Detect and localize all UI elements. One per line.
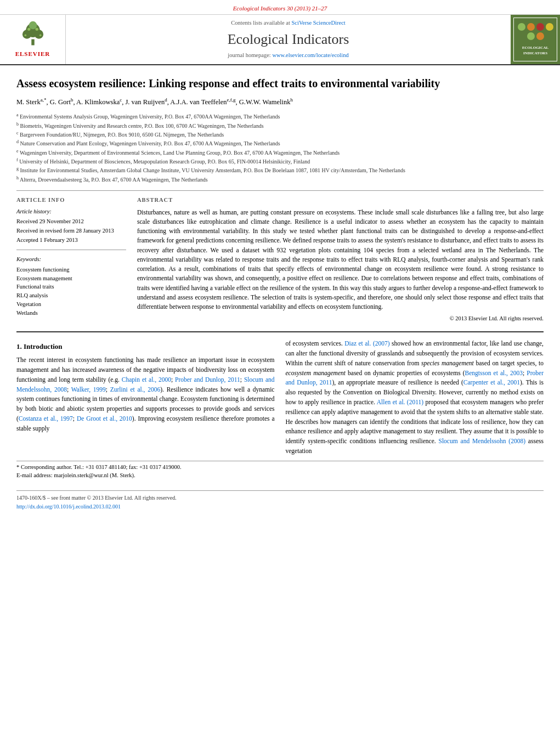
ref-prober1[interactable]: Prober and Dunlop, 2011	[175, 376, 240, 383]
bottom-divider	[16, 331, 544, 332]
ref-costanza[interactable]: Costanza et al., 1997	[19, 415, 73, 422]
article-info-col: ARTICLE INFO Article history: Received 2…	[16, 196, 126, 323]
footnote-email: E-mail address: marjolein.sterk@wur.nl (…	[16, 472, 544, 480]
ref-zurlini[interactable]: Zurlini et al., 2006	[110, 386, 161, 393]
ref-walker[interactable]: Walker, 1999	[71, 386, 106, 393]
body-right-col: of ecosystem services. Diaz et al. (2007…	[286, 339, 544, 461]
abstract-col: ABSTRACT Disturbances, nature as well as…	[137, 196, 544, 323]
authors-line: M. Sterka,*, G. Gortb, A. Klimkowskac, J…	[16, 96, 544, 108]
elsevier-label: ELSEVIER	[15, 50, 50, 58]
journal-header-bar: Ecological Indicators 30 (2013) 21–27	[0, 0, 560, 15]
ref-allen[interactable]: Allen et al. (2011)	[377, 399, 423, 405]
thumb-circle-1	[518, 23, 525, 31]
keyword-1: Ecosystem functioning	[16, 266, 126, 274]
footer-doi: http://dx.doi.org/10.1016/j.ecolind.2013…	[16, 503, 544, 511]
affiliation-a: a Environmental Systems Analysis Group, …	[16, 112, 544, 121]
affiliation-h: h Alterra, Droevendaalsesteeg 3a, P.O. B…	[16, 175, 544, 184]
affiliation-d: d Nature Conservation and Plant Ecology,…	[16, 139, 544, 148]
svg-point-8	[39, 35, 41, 37]
keywords-label: Keywords:	[16, 256, 126, 264]
keyword-2: Ecosystem management	[16, 275, 126, 283]
body-two-col: 1. Introduction The recent interest in e…	[16, 339, 544, 461]
page-footer: 1470-160X/$ – see front matter © 2013 El…	[16, 490, 544, 511]
divider-after-affiliations	[16, 190, 544, 191]
ref-bengtsson[interactable]: Bengtsson et al., 2003	[465, 370, 523, 376]
keyword-6: Wetlands	[16, 309, 126, 318]
svg-point-7	[24, 35, 26, 37]
article-title: Assess ecosystem resilience: Linking res…	[16, 76, 544, 90]
footnote-text: * Corresponding author. Tel.: +31 0317 4…	[16, 463, 544, 472]
svg-point-6	[35, 28, 38, 31]
footer-doi-link[interactable]: http://dx.doi.org/10.1016/j.ecolind.2013…	[16, 504, 121, 510]
homepage-text: journal homepage:	[228, 52, 270, 58]
body-paragraph-2: of ecosystem services. Diaz et al. (2007…	[286, 339, 544, 456]
divider-keywords	[16, 250, 126, 250]
elsevier-logo-area: ELSEVIER	[0, 15, 66, 64]
sciverse-link[interactable]: SciVerse ScienceDirect	[291, 20, 345, 26]
svg-point-5	[27, 28, 30, 31]
accepted-date: Accepted 1 February 2013	[16, 236, 126, 245]
thumb-circles	[516, 23, 555, 40]
thumb-circle-4	[546, 23, 553, 31]
keyword-4: RLQ analysis	[16, 292, 126, 300]
affiliation-e: e Wageningen University, Department of E…	[16, 148, 544, 157]
received-date: Received 29 November 2012	[16, 218, 126, 226]
affiliation-b: b Biometris, Wageningen University and R…	[16, 121, 544, 130]
ref-carpenter[interactable]: Carpenter et al., 2001	[463, 379, 520, 386]
elsevier-tree-icon	[16, 20, 49, 48]
keywords-section: Keywords: Ecosystem functioning Ecosyste…	[16, 256, 126, 317]
svg-point-4	[29, 21, 37, 30]
article-content: Assess ecosystem resilience: Linking res…	[0, 65, 560, 523]
journal-title-main: Ecological Indicators	[228, 30, 349, 49]
affiliation-f: f University of Helsinki, Department of …	[16, 157, 544, 166]
section1-heading: 1. Introduction	[16, 341, 275, 352]
authors-text: M. Sterka,*, G. Gortb, A. Klimkowskac, J…	[16, 98, 293, 106]
affiliations: a Environmental Systems Analysis Group, …	[16, 112, 544, 184]
ref-chapin[interactable]: Chapin et al., 2000	[122, 376, 171, 383]
homepage-line: journal homepage: www.elsevier.com/locat…	[228, 52, 348, 60]
thumb-circle-5	[527, 32, 535, 40]
abstract-heading: ABSTRACT	[137, 196, 544, 205]
two-col-layout: ARTICLE INFO Article history: Received 2…	[16, 196, 544, 323]
svg-point-3	[34, 30, 43, 39]
article-info-heading: ARTICLE INFO	[16, 196, 126, 205]
thumb-circle-2	[527, 23, 535, 31]
keyword-5: Vegetation	[16, 301, 126, 309]
journal-thumbnail: ECOLOGICAL INDICATORS	[511, 15, 560, 64]
copyright-line: © 2013 Elsevier Ltd. All rights reserved…	[137, 315, 544, 323]
ref-degroot[interactable]: De Groot et al., 2010	[77, 415, 132, 422]
thumb-inner: ECOLOGICAL INDICATORS	[513, 18, 557, 61]
article-history-label: Article history:	[16, 208, 126, 216]
journal-ref: Ecological Indicators 30 (2013) 21–27	[233, 5, 327, 12]
svg-point-2	[22, 30, 31, 39]
homepage-link[interactable]: www.elsevier.com/locate/ecolind	[272, 52, 348, 58]
affiliation-c: c Bargerveen Foundation/RU, Nijmegen, P.…	[16, 130, 544, 139]
svg-rect-0	[31, 39, 34, 46]
footer-issn: 1470-160X/$ – see front matter © 2013 El…	[16, 494, 544, 502]
contents-text: Contents lists available at	[231, 20, 290, 26]
journal-center: Contents lists available at SciVerse Sci…	[66, 15, 511, 64]
received-revised-date: Received in revised form 28 January 2013	[16, 227, 126, 235]
thumb-circle-6	[536, 32, 544, 40]
thumb-circle-3	[536, 23, 544, 31]
sciverse-line: Contents lists available at SciVerse Sci…	[231, 19, 345, 27]
eco-ind-label: ECOLOGICAL INDICATORS	[516, 46, 555, 56]
page-wrapper: Ecological Indicators 30 (2013) 21–27 EL…	[0, 0, 560, 523]
ref-diaz[interactable]: Diaz et al. (2007)	[344, 340, 389, 347]
body-paragraph-1: The recent interest in ecosystem functio…	[16, 355, 275, 434]
footnote-star: * Corresponding author. Tel.: +31 0317 4…	[16, 461, 544, 479]
ref-slocum2[interactable]: Slocum and Mendelssohn (2008)	[439, 438, 525, 444]
affiliation-g: g Institute for Environmental Studies, A…	[16, 166, 544, 174]
main-header: ELSEVIER Contents lists available at Sci…	[0, 15, 560, 65]
abstract-text: Disturbances, nature as well as human, a…	[137, 208, 544, 312]
body-left-col: 1. Introduction The recent interest in e…	[16, 339, 275, 461]
keyword-3: Functional traits	[16, 283, 126, 291]
